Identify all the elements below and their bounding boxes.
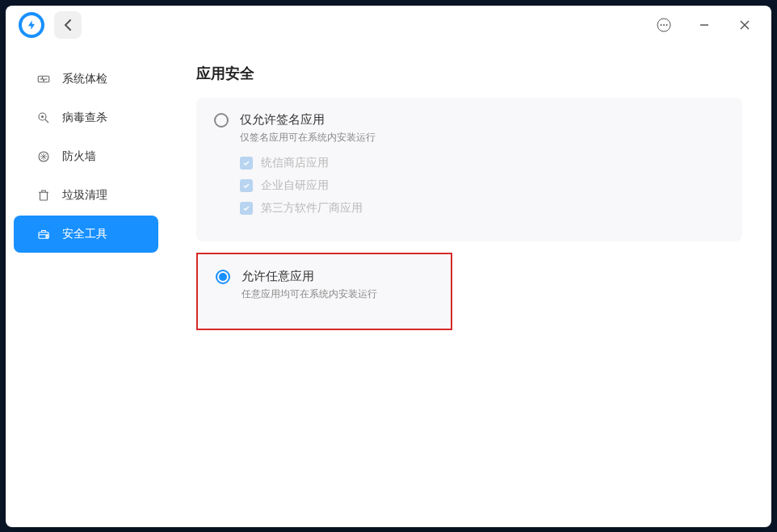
check-icon — [242, 204, 250, 212]
svg-point-3 — [666, 24, 668, 26]
sidebar-item-label: 安全工具 — [62, 227, 107, 241]
option-signed-apps: 仅允许签名应用 仅签名应用可在系统内安装运行 统信商店应用 — [196, 98, 742, 241]
option-signed-title: 仅允许签名应用 — [240, 112, 724, 128]
sub-item-label: 企业自研应用 — [261, 178, 329, 193]
svg-line-9 — [45, 119, 48, 123]
sidebar-item-security-tools[interactable]: 安全工具 — [14, 216, 158, 253]
app-window: 系统体检 病毒查杀 防火墙 垃圾清理 — [6, 6, 771, 527]
highlighted-option-box: 允许任意应用 任意应用均可在系统内安装运行 — [196, 253, 452, 330]
sidebar-item-label: 垃圾清理 — [62, 188, 107, 203]
sidebar-item-label: 系统体检 — [62, 72, 107, 86]
sub-item-label: 第三方软件厂商应用 — [261, 201, 363, 216]
sidebar-item-label: 防火墙 — [62, 149, 96, 164]
back-button[interactable] — [54, 11, 82, 39]
sub-item-thirdparty: 第三方软件厂商应用 — [240, 201, 724, 216]
option-any-title: 允许任意应用 — [242, 269, 433, 284]
lightning-shield-icon — [26, 19, 37, 31]
radio-signed[interactable] — [214, 113, 229, 128]
trash-icon — [36, 188, 51, 203]
minimize-icon — [699, 20, 709, 30]
titlebar — [6, 6, 771, 44]
option-signed-radio-row[interactable]: 仅允许签名应用 仅签名应用可在系统内安装运行 — [214, 112, 724, 145]
sidebar: 系统体检 病毒查杀 防火墙 垃圾清理 — [6, 44, 167, 527]
svg-point-1 — [661, 24, 662, 26]
option-signed-desc: 仅签名应用可在系统内安装运行 — [240, 131, 724, 145]
sub-item-label: 统信商店应用 — [261, 156, 329, 170]
close-icon — [740, 20, 750, 30]
checkbox-thirdparty[interactable] — [240, 202, 253, 215]
close-button[interactable] — [724, 6, 765, 44]
ellipsis-circle-icon — [657, 18, 671, 32]
check-icon — [242, 182, 250, 190]
checkbox-enterprise[interactable] — [240, 179, 253, 192]
sidebar-item-firewall[interactable]: 防火墙 — [14, 138, 158, 175]
search-virus-icon — [36, 111, 51, 125]
radio-any[interactable] — [216, 270, 230, 284]
sidebar-item-trash-clean[interactable]: 垃圾清理 — [14, 177, 158, 214]
sub-item-enterprise: 企业自研应用 — [240, 178, 724, 193]
sub-item-store: 统信商店应用 — [240, 156, 724, 170]
check-icon — [242, 159, 250, 167]
menu-button[interactable] — [644, 6, 684, 44]
toolbox-icon — [36, 227, 51, 241]
firewall-icon — [36, 149, 51, 164]
page-title: 应用安全 — [196, 64, 742, 83]
option-any-apps: 允许任意应用 任意应用均可在系统内安装运行 — [198, 254, 451, 329]
svg-point-10 — [41, 115, 44, 118]
app-logo-icon — [19, 12, 44, 38]
minimize-button[interactable] — [684, 6, 724, 44]
svg-point-2 — [663, 24, 665, 26]
checkbox-store[interactable] — [240, 157, 253, 170]
heartbeat-icon — [36, 72, 51, 86]
body: 系统体检 病毒查杀 防火墙 垃圾清理 — [6, 44, 771, 527]
sidebar-item-system-check[interactable]: 系统体检 — [14, 61, 158, 98]
content-area: 应用安全 仅允许签名应用 仅签名应用可在系统内安装运行 统信商店应用 — [167, 44, 771, 527]
signed-sub-list: 统信商店应用 企业自研应用 第三方软件厂商应用 — [240, 156, 724, 216]
sidebar-item-virus-scan[interactable]: 病毒查杀 — [14, 99, 158, 136]
chevron-left-icon — [64, 19, 72, 31]
option-any-desc: 任意应用均可在系统内安装运行 — [242, 287, 433, 301]
sidebar-item-label: 病毒查杀 — [62, 111, 107, 125]
svg-point-13 — [45, 235, 49, 239]
option-any-radio-row[interactable]: 允许任意应用 任意应用均可在系统内安装运行 — [216, 269, 433, 301]
